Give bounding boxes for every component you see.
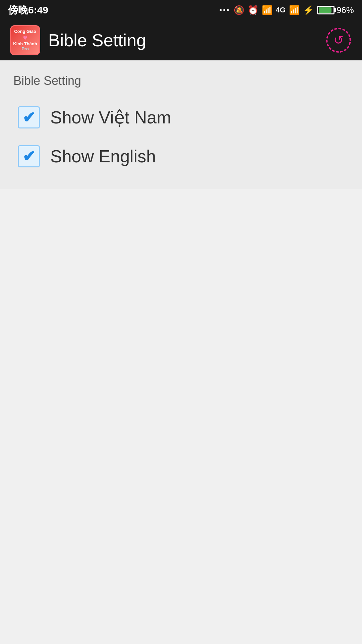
checkbox-viet-nam[interactable]: ✔	[18, 106, 40, 128]
bolt-icon: ⚡	[303, 5, 314, 15]
battery-container: 96%	[317, 5, 354, 15]
refresh-arrow-icon: ↺	[334, 33, 344, 47]
battery-body	[317, 6, 335, 14]
section-label: Bible Setting	[13, 74, 349, 88]
battery-percent: 96%	[337, 5, 354, 15]
setting-item-viet-nam[interactable]: ✔ Show Việt Nam	[13, 98, 349, 137]
app-icon-line2: Kinh Thánh	[13, 42, 37, 46]
status-time: 傍晚6:49	[8, 3, 48, 17]
status-icons: ••• 🔕 ⏰ 📶 4G 📶 ⚡ 96%	[219, 5, 354, 15]
refresh-button[interactable]: ↺	[325, 27, 352, 54]
bell-icon: 🔕	[234, 5, 244, 15]
setting-item-english[interactable]: ✔ Show English	[13, 137, 349, 176]
checkbox-viet-nam-wrapper[interactable]: ✔	[17, 105, 41, 129]
battery-icon	[317, 6, 335, 14]
setting-label-viet-nam: Show Việt Nam	[50, 107, 171, 127]
toolbar: Công Giáo ♥ Kinh Thánh Pro Bible Setting…	[0, 20, 362, 60]
app-icon: Công Giáo ♥ Kinh Thánh Pro	[10, 25, 40, 55]
content-area: Bible Setting ✔ Show Việt Nam ✔ Show Eng…	[0, 60, 362, 189]
toolbar-title: Bible Setting	[48, 30, 146, 50]
status-bar: 傍晚6:49 ••• 🔕 ⏰ 📶 4G 📶 ⚡ 96%	[0, 0, 362, 20]
checkmark-english-icon: ✔	[22, 149, 36, 164]
battery-fill	[319, 7, 331, 13]
app-icon-heart-icon: ♥	[23, 34, 27, 42]
refresh-circle-icon: ↺	[326, 28, 351, 53]
checkmark-viet-nam-icon: ✔	[22, 110, 36, 125]
signal-bars-icon: 📶	[289, 5, 300, 15]
wifi-icon: 📶	[262, 5, 273, 15]
signal-dots-icon: •••	[219, 6, 230, 14]
setting-label-english: Show English	[50, 146, 156, 166]
checkbox-english-wrapper[interactable]: ✔	[17, 144, 41, 168]
checkbox-english[interactable]: ✔	[18, 145, 40, 167]
alarm-icon: ⏰	[248, 5, 258, 15]
signal-4g-icon: 4G	[276, 6, 286, 14]
toolbar-left: Công Giáo ♥ Kinh Thánh Pro Bible Setting	[10, 25, 146, 55]
app-icon-line3: Pro	[21, 46, 29, 51]
